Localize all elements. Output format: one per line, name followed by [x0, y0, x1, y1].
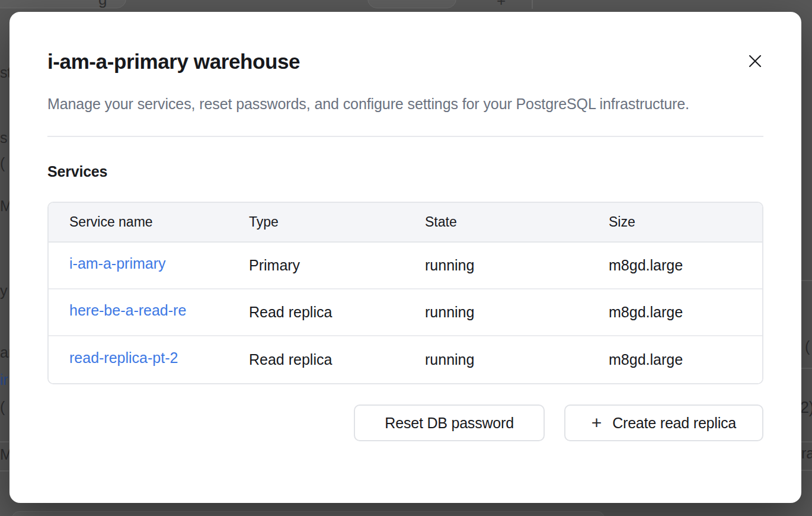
service-type: Read replica: [249, 351, 425, 368]
background-row-line: [0, 470, 9, 472]
column-header-type: Type: [249, 214, 425, 230]
service-name-link[interactable]: i-am-a-primary: [69, 255, 166, 272]
modal-description: Manage your services, reset passwords, a…: [47, 91, 729, 117]
service-size: m8gd.large: [609, 304, 762, 321]
reset-db-password-label: Reset DB password: [385, 415, 514, 432]
table-row: i-am-a-primary Primary running m8gd.larg…: [49, 243, 762, 289]
background-fragment: (: [0, 155, 5, 172]
background-fragment: 2): [800, 399, 812, 417]
section-divider: [47, 136, 763, 137]
background-fragment: (: [0, 399, 5, 416]
column-header-size: Size: [609, 214, 762, 230]
background-row-line: [0, 441, 9, 442]
modal-actions: Reset DB password + Create read replica: [47, 404, 763, 441]
column-header-state: State: [425, 214, 609, 230]
background-row-line: [801, 470, 812, 471]
background-divider-line: [532, 0, 533, 9]
background-pill-left: [0, 0, 126, 8]
background-panel-bottom: [12, 511, 605, 516]
background-fragment: g: [98, 0, 107, 9]
reset-db-password-button[interactable]: Reset DB password: [354, 404, 545, 441]
column-header-service-name: Service name: [69, 214, 249, 230]
background-row-line: [801, 441, 812, 442]
background-fragment: ir: [0, 371, 8, 388]
background-pill-center: [367, 0, 456, 8]
warehouse-modal: i-am-a-primary warehouse Manage your ser…: [9, 12, 801, 503]
services-table-header: Service name Type State Size: [49, 203, 762, 243]
background-row-line: [801, 368, 812, 369]
background-fragment: s: [0, 129, 7, 146]
create-read-replica-button[interactable]: + Create read replica: [564, 404, 763, 441]
close-button[interactable]: [743, 50, 767, 74]
service-type: Primary: [249, 257, 425, 274]
plus-icon: +: [592, 414, 602, 432]
service-type: Read replica: [249, 304, 425, 321]
close-icon: [748, 54, 762, 70]
services-table: Service name Type State Size i-am-a-prim…: [47, 202, 763, 384]
background-fragment: +: [497, 0, 506, 10]
service-name-link[interactable]: read-replica-pt-2: [69, 349, 178, 367]
service-size: m8gd.large: [609, 351, 762, 368]
table-row: here-be-a-read-re Read replica running m…: [49, 289, 762, 336]
service-state: running: [425, 304, 609, 321]
table-row: read-replica-pt-2 Read replica running m…: [49, 336, 762, 383]
background-fragment: (: [805, 338, 810, 355]
services-heading: Services: [47, 163, 763, 180]
service-state: running: [425, 351, 609, 368]
background-row-line: [801, 280, 812, 281]
create-read-replica-label: Create read replica: [612, 415, 736, 432]
background-fragment: y: [0, 282, 7, 300]
background-fragment: ra: [801, 445, 812, 462]
service-size: m8gd.large: [609, 257, 762, 274]
modal-title: i-am-a-primary warehouse: [47, 49, 763, 75]
service-state: running: [425, 257, 609, 274]
service-name-link[interactable]: here-be-a-read-re: [69, 302, 186, 319]
